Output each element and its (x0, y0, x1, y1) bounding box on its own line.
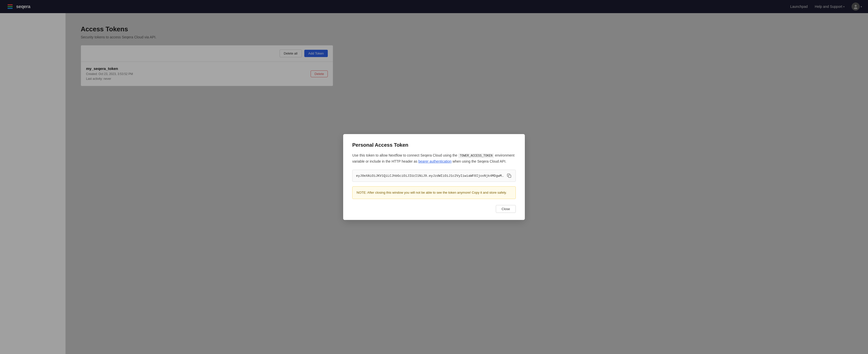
copy-icon (507, 174, 512, 178)
modal-title: Personal Access Token (352, 142, 516, 148)
modal-env-var: TOWER_ACCESS_TOKEN (458, 153, 494, 158)
copy-token-button[interactable] (506, 173, 512, 178)
modal-desc-part1: Use this token to allow Nextflow to conn… (352, 153, 458, 157)
close-button[interactable]: Close (496, 205, 516, 213)
modal-desc-part3: when using the Seqera Cloud API. (452, 159, 506, 164)
personal-access-token-modal: Personal Access Token Use this token to … (343, 134, 525, 220)
bearer-auth-link[interactable]: bearer authentication (418, 159, 452, 164)
modal-footer: Close (352, 205, 516, 213)
token-value: eyJ0eXAiOiJKV1QiLCJhbGciOiJIUzI1NiJ9.eyJ… (356, 174, 504, 178)
note-text: NOTE: After closing this window you will… (356, 190, 512, 195)
note-box: NOTE: After closing this window you will… (352, 186, 516, 199)
modal-overlay: Personal Access Token Use this token to … (0, 0, 868, 354)
token-display: eyJ0eXAiOiJKV1QiLCJhbGciOiJIUzI1NiJ9.eyJ… (352, 170, 516, 182)
svg-rect-6 (508, 175, 511, 177)
modal-description: Use this token to allow Nextflow to conn… (352, 152, 516, 164)
